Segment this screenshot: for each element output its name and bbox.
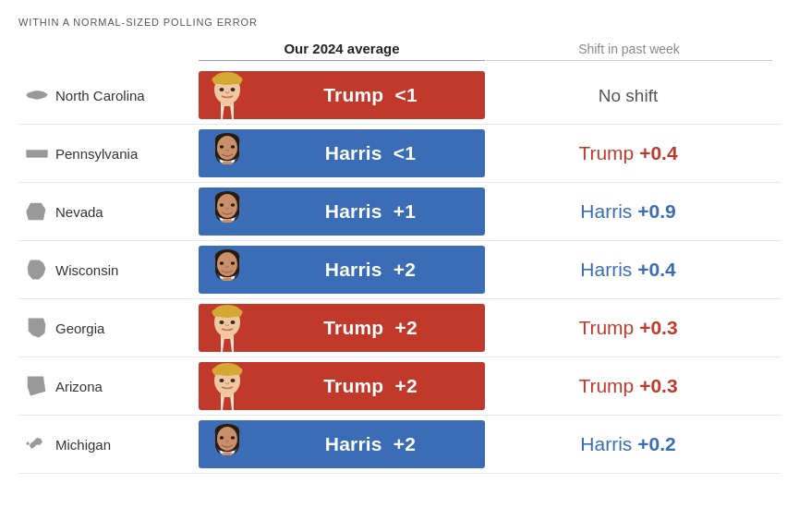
avg-candidate-name: Trump	[323, 84, 383, 105]
avg-label: Harris <1	[256, 142, 485, 164]
svg-point-51	[231, 320, 236, 324]
shift-cell: No shift	[485, 85, 771, 106]
avg-label: Harris +1	[256, 200, 485, 223]
state-name: North Carolina	[55, 88, 199, 103]
svg-point-58	[220, 379, 224, 382]
state-icon	[18, 140, 55, 166]
candidate-portrait	[199, 420, 256, 468]
avg-value: +2	[394, 317, 417, 338]
svg-point-17	[231, 145, 235, 149]
state-icon	[18, 82, 55, 108]
candidate-portrait	[199, 246, 256, 294]
table-row: Arizona Trump +2 Trump +0.3	[18, 357, 781, 416]
svg-point-6	[220, 88, 224, 91]
state-icon	[18, 315, 55, 341]
candidate-portrait	[199, 129, 256, 177]
shift-number: +0.9	[637, 200, 675, 222]
svg-point-43	[233, 265, 238, 269]
state-name: Pennsylvania	[55, 146, 199, 162]
candidate-portrait	[199, 71, 256, 119]
svg-point-28	[220, 203, 224, 207]
svg-point-31	[233, 207, 238, 211]
avg-label: Harris +2	[256, 433, 485, 455]
svg-point-41	[231, 261, 235, 265]
svg-point-18	[216, 149, 222, 152]
avg-bar: Trump <1	[199, 71, 485, 119]
avg-value: +2	[393, 433, 416, 454]
shift-candidate: Trump	[578, 317, 634, 338]
page-subtitle: WITHIN A NORMAL-SIZED POLLING ERROR	[18, 17, 781, 28]
state-name: Wisconsin	[55, 262, 199, 278]
shift-cell: Trump +0.3	[485, 375, 771, 397]
avg-value: +2	[393, 259, 416, 280]
shift-value: No shift	[599, 86, 658, 105]
shift-candidate: Harris	[580, 200, 632, 222]
svg-point-70	[216, 440, 222, 443]
avg-value: +1	[393, 200, 416, 222]
shift-number: +0.4	[637, 259, 675, 280]
svg-point-69	[231, 436, 235, 440]
avg-candidate-name: Trump	[323, 317, 383, 338]
avg-bar: Harris <1	[199, 129, 485, 177]
table-row: Wisconsin Harris +	[18, 241, 781, 299]
svg-point-59	[231, 379, 236, 382]
avg-candidate-name: Harris	[325, 433, 382, 454]
state-name: Michigan	[55, 437, 199, 453]
avg-candidate-name: Trump	[323, 375, 383, 396]
avg-bar: Harris +2	[199, 420, 485, 468]
shift-number: +0.3	[639, 317, 677, 338]
avg-value: +2	[394, 375, 417, 396]
shift-candidate: Trump	[578, 375, 634, 396]
table-row: Georgia Trump +2 Trump +0.3	[18, 299, 781, 357]
candidate-portrait	[199, 362, 256, 410]
state-table: North Carolina Trump <1 No shift	[18, 66, 781, 474]
svg-point-71	[233, 440, 238, 443]
svg-point-30	[216, 207, 222, 211]
candidate-portrait	[199, 304, 256, 352]
candidate-portrait	[199, 187, 256, 236]
avg-value: <1	[393, 142, 416, 163]
shift-candidate: Harris	[580, 433, 632, 454]
table-row: Nevada Harris +1	[18, 183, 781, 241]
avg-candidate-name: Harris	[325, 142, 382, 163]
avg-value: <1	[394, 84, 417, 105]
shift-header: Shift in past week	[486, 42, 772, 61]
avg-candidate-name: Harris	[325, 200, 382, 222]
svg-point-42	[216, 265, 222, 269]
table-row: Michigan Harris +2	[18, 416, 781, 474]
svg-point-50	[220, 320, 224, 324]
state-icon	[18, 199, 55, 224]
svg-point-16	[220, 145, 224, 149]
svg-point-40	[220, 261, 224, 265]
avg-bar: Harris +2	[199, 246, 485, 294]
svg-point-19	[233, 149, 238, 152]
state-icon	[18, 373, 55, 399]
shift-cell: Harris +0.4	[485, 259, 771, 281]
shift-candidate: Trump	[578, 142, 634, 163]
avg-label: Trump +2	[256, 375, 485, 397]
svg-point-68	[220, 436, 224, 440]
avg-label: Trump <1	[256, 84, 485, 106]
shift-cell: Trump +0.3	[485, 317, 771, 339]
table-row: North Carolina Trump <1 No shift	[18, 66, 781, 125]
shift-candidate: Harris	[580, 259, 632, 280]
avg-bar: Harris +1	[199, 187, 485, 236]
shift-number: +0.4	[639, 142, 677, 163]
avg-label: Trump +2	[256, 317, 485, 339]
avg-candidate-name: Harris	[325, 259, 382, 280]
state-name: Arizona	[55, 379, 199, 394]
avg-bar: Trump +2	[199, 362, 485, 410]
shift-number: +0.3	[639, 375, 677, 396]
state-icon	[18, 431, 55, 457]
avg-header: Our 2024 average	[199, 41, 485, 61]
table-row: Pennsylvania Harris	[18, 125, 781, 183]
state-icon	[18, 257, 55, 283]
svg-point-7	[231, 88, 236, 91]
state-name: Nevada	[55, 204, 199, 220]
svg-point-29	[231, 203, 235, 207]
shift-cell: Harris +0.9	[485, 200, 771, 223]
shift-cell: Harris +0.2	[485, 433, 771, 455]
shift-cell: Trump +0.4	[485, 142, 771, 164]
avg-bar: Trump +2	[199, 304, 485, 352]
state-name: Georgia	[55, 320, 199, 336]
